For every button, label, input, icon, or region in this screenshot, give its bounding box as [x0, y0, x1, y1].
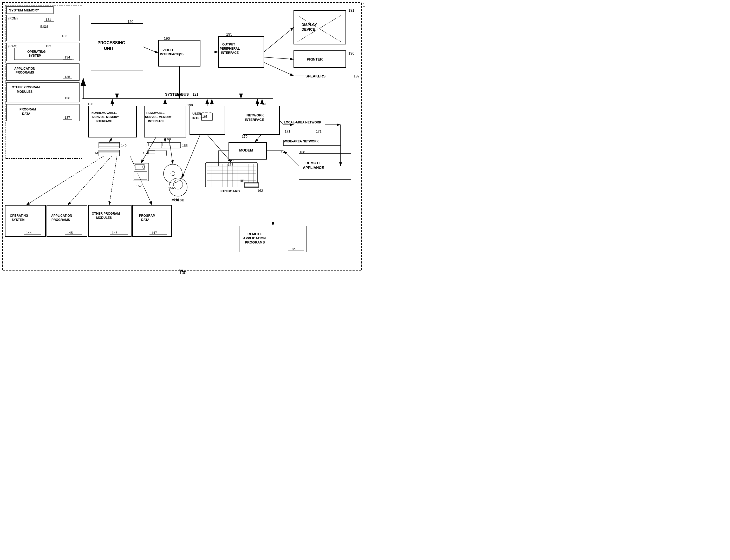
remote-disk-id: 181	[239, 179, 245, 183]
rem-label: REMOVABLE,	[146, 111, 165, 114]
svg-line-113	[182, 135, 200, 178]
remote-progs-label: REMOTE	[247, 232, 262, 236]
nonrem-label2: NONVOL. MEMORY	[92, 115, 119, 118]
user-input-id: 198	[187, 103, 193, 107]
rem-label2: NONVOL. MEMORY	[145, 115, 172, 118]
svg-line-125	[283, 151, 299, 166]
os-label: OPERATING	[27, 50, 45, 54]
rom-id: 131	[45, 18, 51, 22]
ram-label: (RAM)	[8, 44, 17, 48]
rem-label3: INTERFACE	[148, 120, 164, 123]
main-ref: 100	[179, 271, 186, 275]
ram-id: 132	[45, 44, 51, 48]
svg-line-104	[264, 57, 294, 59]
keyboard-label: KEYBOARD	[220, 189, 240, 193]
svg-line-108	[109, 137, 112, 142]
stor-data-label2: DATA	[141, 218, 149, 222]
architecture-diagram: 110 SYSTEM MEMORY (ROM) 131 BIOS 133 (RA…	[0, 0, 365, 280]
svg-rect-75	[147, 150, 166, 156]
system-memory-label: SYSTEM MEMORY	[9, 8, 39, 12]
svg-line-111	[169, 137, 173, 164]
svg-rect-39	[5, 205, 45, 236]
prog-data-label: PROGRAM	[19, 108, 36, 111]
output-label2: PERIPHERAL	[220, 47, 240, 50]
lan-label: LOCAL-AREA NETWORK	[284, 121, 321, 124]
speakers-id: 197	[353, 74, 360, 78]
stor-app-label2: PROGRAMS	[51, 218, 70, 222]
app-programs-id: 135	[64, 75, 70, 79]
remote-progs-label3: PROGRAMS	[245, 240, 265, 244]
display-label2: DEVICE	[301, 27, 315, 31]
modem-label: MODEM	[239, 148, 253, 152]
stor-mods-label2: MODULES	[96, 216, 112, 220]
hd2-id: 141	[94, 151, 100, 155]
printer-id: 196	[348, 51, 354, 55]
pu-id: 120	[127, 19, 134, 24]
system-bus-label: SYSTEM BUS	[165, 92, 189, 96]
remote-app-label2: APPLIANCE	[303, 166, 324, 170]
svg-line-127	[26, 156, 104, 205]
printer-label: PRINTER	[307, 57, 322, 61]
svg-line-128	[68, 156, 112, 205]
svg-point-84	[171, 172, 175, 176]
output-id: 195	[226, 32, 232, 36]
bios-label: BIOS	[40, 25, 49, 29]
svg-line-116	[255, 135, 261, 142]
remote-app-label: REMOTE	[305, 161, 321, 165]
stor-mods-label: OTHER PROGRAM	[92, 212, 120, 215]
output-label3: INTERFACE	[221, 51, 239, 55]
svg-rect-69	[99, 150, 120, 156]
svg-line-103	[264, 27, 294, 52]
svg-rect-81	[161, 142, 181, 148]
svg-line-112	[207, 135, 231, 162]
app-programs-label: APPLICATION	[14, 67, 35, 70]
stor-os-label: OPERATING	[10, 214, 28, 218]
other-modules-label2: MODULES	[17, 90, 32, 94]
svg-line-114	[279, 120, 283, 125]
nonrem-id: 130	[88, 102, 93, 106]
lan-id2: 171	[316, 129, 321, 133]
svg-line-106	[143, 47, 159, 53]
remote-app-id: 180	[299, 150, 305, 154]
os-label2: SYSTEM	[29, 54, 41, 57]
optdisk-id: 156	[168, 186, 174, 190]
mouse-id: 161	[174, 198, 179, 202]
video-label2: INTERFACE(S)	[160, 52, 183, 56]
display-id: 191	[348, 8, 354, 12]
bios-id: 133	[62, 34, 67, 38]
stor-data-label: PROGRAM	[139, 214, 155, 218]
floppy-id: 152	[136, 184, 142, 188]
display-label: DISPLAY	[301, 23, 317, 27]
svg-rect-65	[99, 142, 120, 148]
remote-progs-label2: APPLICATION	[243, 236, 266, 240]
network-interface-id: 199	[260, 102, 266, 106]
system-bus-id: 121	[192, 92, 199, 96]
stor-os-id: 144	[26, 231, 32, 235]
other-modules-label: OTHER PROGRAM	[12, 85, 40, 89]
modem-id: 172	[229, 158, 234, 162]
prog-data-id: 137	[64, 116, 70, 120]
modem-conn-id: 163	[228, 163, 233, 167]
output-label: OUTPUT	[222, 43, 235, 46]
video-id: 190	[164, 36, 170, 41]
video-label: VIDEO	[162, 48, 173, 52]
wan-label: WIDE-AREA NETWORK	[284, 140, 319, 143]
svg-line-105	[264, 62, 294, 76]
svg-point-83	[163, 164, 182, 183]
stor-os-label2: SYSTEM	[12, 218, 24, 222]
network-interface-label2: INTERFACE	[245, 118, 264, 122]
svg-rect-22	[91, 23, 143, 70]
stor-data-id: 147	[151, 231, 157, 235]
processing-unit-label: PROCESSING	[97, 41, 125, 45]
userinput-small-id: 163	[202, 115, 207, 118]
rem-id: 160	[165, 137, 171, 141]
svg-rect-43	[88, 205, 131, 236]
stor-app-id: 145	[67, 231, 73, 235]
processing-unit-label2: UNIT	[104, 46, 114, 51]
ni-conn-id: 170	[242, 135, 247, 139]
app-programs-label2: PROGRAMS	[16, 71, 34, 74]
optdrive-id: 155	[182, 144, 188, 148]
nonrem-label: NONREMOVABLE,	[91, 111, 117, 114]
lan-id1: 171	[285, 129, 290, 133]
nonrem-label3: INTERFACE	[96, 120, 112, 123]
